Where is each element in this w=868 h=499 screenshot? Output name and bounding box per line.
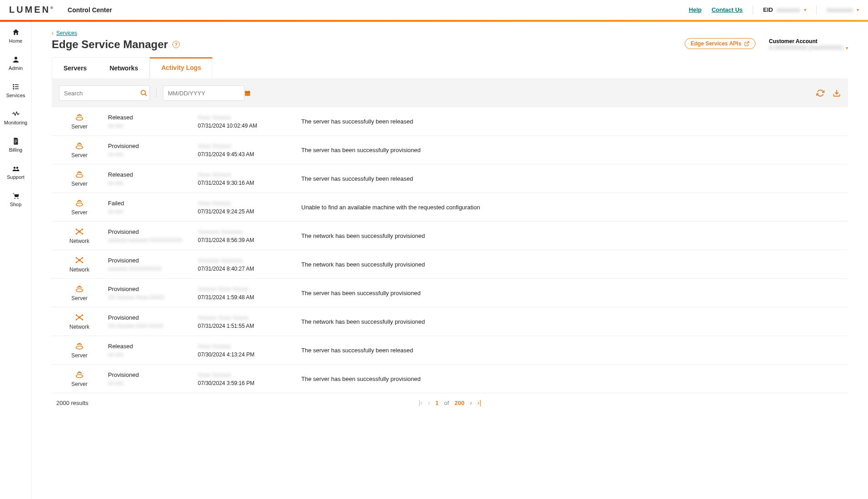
monitoring-icon (12, 110, 20, 118)
log-user-cell: Xxxxxxx Xxxxxxx 07/31/2024 8:40:27 AM (198, 257, 293, 272)
network-icon (74, 313, 84, 322)
log-resource-name: xx-xxx (108, 151, 190, 158)
log-type-cell: Server (59, 284, 100, 301)
network-icon (74, 227, 84, 236)
log-row[interactable]: Network Provisioned xxxxxxx-XXXXXXXXX Xx… (52, 250, 848, 279)
refresh-icon[interactable] (816, 89, 824, 97)
next-page-button[interactable]: › (470, 399, 472, 406)
pagination: 2000 results |‹ ‹ 1 of 200 › ›| (52, 393, 848, 404)
sidenav-item-services[interactable]: Services (0, 81, 31, 100)
server-icon (74, 113, 84, 122)
current-page: 1 (436, 400, 439, 406)
log-type-label: Server (71, 152, 87, 158)
log-user-cell: Xxxx Xxxxxx 07/31/2024 10:02:49 AM (198, 114, 293, 129)
user-dropdown[interactable]: xxxxxxxxx ▾ (827, 6, 859, 13)
log-user: Xxxx Xxxxxx (198, 371, 293, 378)
contact-us-link[interactable]: Contact Us (711, 6, 743, 13)
log-row[interactable]: Server Released xx-xxx Xxxx Xxxxxx 07/31… (52, 164, 848, 193)
total-pages: 200 (455, 400, 465, 406)
sidenav-item-monitoring[interactable]: Monitoring (0, 108, 31, 127)
app-name: Control Center (68, 6, 112, 14)
tab-networks[interactable]: Networks (98, 58, 149, 79)
sidenav-item-home[interactable]: Home (0, 26, 31, 45)
calendar-icon[interactable] (244, 90, 251, 97)
sidenav-item-support[interactable]: Support (0, 163, 31, 182)
chevron-left-icon[interactable]: ‹ (52, 30, 54, 36)
log-row[interactable]: Server Released xx-xxx Xxxx Xxxxxx 07/31… (52, 107, 848, 136)
last-page-button[interactable]: ›| (477, 399, 481, 406)
eid-dropdown[interactable]: EID xxxxxxxx ▾ (763, 6, 806, 13)
divider (753, 5, 753, 15)
breadcrumb-parent-link[interactable]: Services (56, 30, 77, 36)
log-row[interactable]: Server Provisioned xx-xxx Xxxx Xxxxxx 07… (52, 136, 848, 164)
log-status-cell: Provisioned xx-xxx (108, 143, 190, 158)
help-icon[interactable]: ? (172, 41, 180, 48)
log-resource-name: xx-xxx (108, 380, 190, 386)
page-heading-row: Edge Service Manager ? Edge Services API… (52, 38, 848, 51)
log-resource-name: xxxxxxx-XXXXXXXXX (108, 266, 190, 272)
log-row[interactable]: Server Failed xx-xxx Xxxx Xxxxxx 07/31/2… (52, 193, 848, 222)
search-icon[interactable] (140, 89, 147, 97)
svg-line-50 (76, 315, 79, 317)
log-row[interactable]: Network Provisioned xxxxxxx-xxxxxxx-XXXX… (52, 222, 848, 250)
activity-log-list: Server Released xx-xxx Xxxx Xxxxxx 07/31… (52, 107, 848, 393)
svg-line-41 (79, 258, 83, 260)
sidenav-item-admin[interactable]: Admin (0, 54, 31, 73)
log-message: Unable to find an available machine with… (301, 204, 841, 211)
log-datetime: 07/31/2024 1:51:55 AM (198, 323, 293, 329)
download-icon[interactable] (833, 89, 841, 97)
search-input[interactable] (64, 90, 140, 97)
log-type-cell: Server (59, 141, 100, 158)
of-label: of (444, 400, 449, 406)
log-user: Xxxx Xxxxxx (198, 200, 293, 207)
first-page-button[interactable]: |‹ (419, 399, 422, 406)
svg-line-14 (746, 42, 749, 44)
chevron-down-icon: ▾ (846, 45, 848, 50)
date-input-wrap[interactable] (163, 85, 245, 101)
log-user-cell: Xxxxxx Xxxx Xxxxx 07/31/2024 1:51:55 AM (198, 314, 293, 329)
customer-account-dropdown[interactable]: Customer Account X-XXXXXXXXX (XxxXXXXXX)… (769, 38, 848, 51)
sidenav-item-label: Admin (9, 65, 23, 71)
eid-value: xxxxxxxx (777, 6, 800, 13)
log-user-cell: Xxxx Xxxxxx 07/30/2024 4:13:24 PM (198, 343, 293, 358)
log-user-cell: Xxxx Xxxxxx 07/31/2024 9:30:16 AM (198, 171, 293, 186)
prev-page-button[interactable]: ‹ (428, 399, 430, 406)
log-datetime: 07/31/2024 10:02:49 AM (198, 123, 293, 129)
log-user: Xxxxxx Xxxx Xxxxx (198, 286, 293, 292)
log-row[interactable]: Server Provisioned XX-Xxxxxx-Xxxx-XXXX X… (52, 279, 848, 307)
help-link[interactable]: Help (689, 6, 701, 13)
log-type-label: Server (71, 295, 87, 301)
sidenav-item-shop[interactable]: Shop (0, 190, 31, 209)
network-icon (74, 256, 84, 265)
filter-left (59, 85, 245, 101)
date-input[interactable] (168, 90, 244, 97)
edge-services-apis-button[interactable]: Edge Services APIs (685, 38, 755, 49)
pager-controls: |‹ ‹ 1 of 200 › ›| (419, 399, 481, 406)
sidenav-item-label: Support (7, 174, 25, 180)
log-user: Xxxx Xxxxxx (198, 343, 293, 350)
sidenav-item-billing[interactable]: Billing (0, 135, 31, 154)
account-label: Customer Account (769, 38, 848, 44)
log-status-cell: Released xx-xxx (108, 171, 190, 186)
tab-servers[interactable]: Servers (52, 58, 98, 79)
log-status: Failed (108, 200, 190, 207)
log-row[interactable]: Server Released xx-xxx Xxxx Xxxxxx 07/30… (52, 336, 848, 365)
log-row[interactable]: Network Provisioned XX-Xxxxxx-XXX-XXXX X… (52, 307, 848, 336)
search-input-wrap[interactable] (59, 85, 150, 101)
log-row[interactable]: Server Provisioned xx-xxx Xxxx Xxxxxx 07… (52, 365, 848, 393)
user-value: xxxxxxxxx (827, 6, 853, 13)
sidenav-item-label: Shop (10, 202, 22, 207)
log-type-label: Server (71, 381, 87, 387)
svg-point-22 (76, 117, 83, 120)
tab-activity[interactable]: Activity Logs (150, 57, 212, 79)
log-type-cell: Server (59, 113, 100, 130)
filter-actions (816, 89, 841, 97)
log-status-cell: Released xx-xxx (108, 343, 190, 358)
admin-icon (12, 55, 20, 64)
server-icon (74, 341, 84, 351)
log-message: The server has been successfully provisi… (301, 290, 841, 296)
log-type-label: Server (71, 352, 87, 359)
log-resource-name: xxxxxxx-xxxxxxx-XXXXXXXXX (108, 237, 190, 243)
log-type-cell: Network (59, 313, 100, 330)
log-type-label: Network (69, 324, 89, 330)
